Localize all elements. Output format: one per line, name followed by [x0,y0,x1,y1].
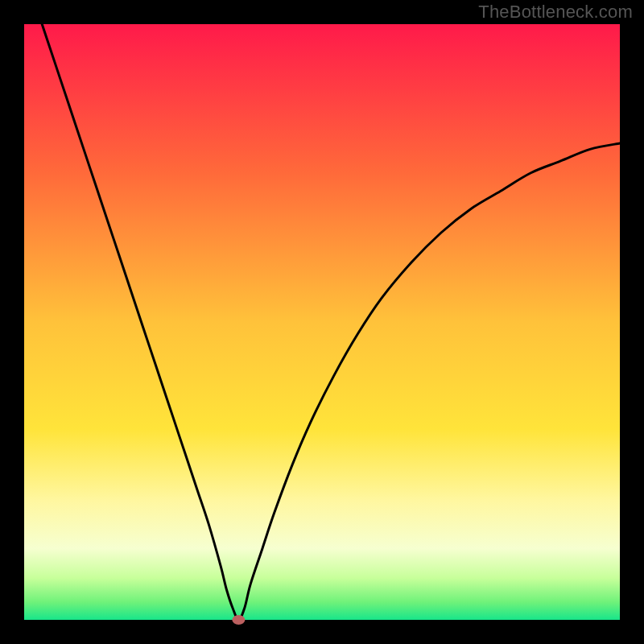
watermark: TheBottleneck.com [478,2,633,23]
optimum-marker [232,615,245,625]
plot-background [24,24,620,620]
bottleneck-chart [0,0,644,644]
chart-frame: TheBottleneck.com [0,0,644,644]
